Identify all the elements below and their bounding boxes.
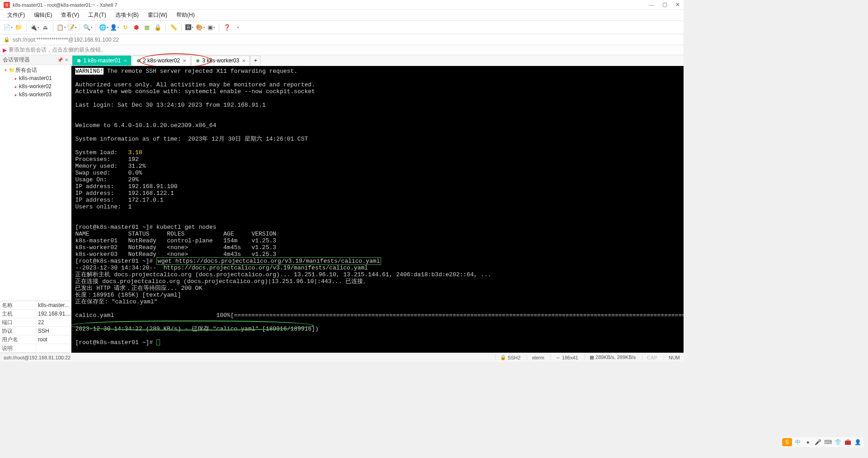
- maximize-button[interactable]: ▢: [662, 1, 667, 8]
- session-panel-title: 会话管理器: [3, 56, 30, 64]
- close-button[interactable]: ✕: [675, 1, 680, 8]
- term-stat: IP address: 192.168.122.1: [75, 190, 174, 197]
- prop-user-value: root: [36, 336, 71, 343]
- term-table-row: k8s-worker02 NotReady <none> 4m45s v1.25…: [75, 244, 276, 251]
- layout-button[interactable]: ▣: [206, 23, 216, 33]
- session-icon: ⬥: [12, 84, 19, 89]
- disconnect-button[interactable]: ⏏: [40, 23, 50, 33]
- folder-icon: 📁: [8, 67, 15, 73]
- prop-proto-label: 协议: [0, 327, 36, 335]
- status-speed: ▦ 289KB/s, 289KB/s: [585, 354, 636, 360]
- prop-port-value: 22: [36, 319, 71, 326]
- prop-port-label: 端口: [0, 319, 36, 326]
- panel-close-icon[interactable]: ✕: [65, 57, 68, 62]
- play-button[interactable]: ▦: [142, 23, 152, 33]
- menu-file[interactable]: 文件(F): [4, 10, 28, 20]
- new-session-button[interactable]: 📄: [3, 23, 13, 33]
- lock-icon: 🔒: [4, 37, 10, 42]
- wget-command-highlight: wget https://docs.projectcalico.org/v3.1…: [156, 257, 381, 265]
- help-button[interactable]: ❓: [222, 23, 232, 33]
- tab-strip: 1 k8s-master01 ✕ 2 k8s-worker02 ✕ 3 k8s-…: [71, 55, 684, 66]
- prop-proto-value: SSH: [36, 328, 71, 334]
- prop-name-value: k8s-master...: [36, 302, 71, 308]
- menu-bar: 文件(F) 编辑(E) 查看(V) 工具(T) 选项卡(B) 窗口(W) 帮助(…: [0, 10, 684, 21]
- tab-add-button[interactable]: +: [250, 56, 260, 66]
- record-button[interactable]: ⬢: [131, 23, 141, 33]
- menu-view[interactable]: 查看(V): [57, 10, 83, 20]
- term-line: Activate the web console with: systemctl…: [75, 88, 315, 95]
- term-line: Welcome to 6.4.0-10.1.0.20.oe2309.x86_64: [75, 122, 216, 129]
- address-text[interactable]: ssh://root:***************@192.168.91.10…: [13, 37, 119, 43]
- profile-button[interactable]: 👤: [109, 23, 119, 33]
- status-dot-icon: [137, 59, 140, 62]
- font-button[interactable]: 🅰: [184, 23, 194, 33]
- copy-button[interactable]: 📋: [56, 23, 66, 33]
- status-connection: ssh://root@192.168.91.100:22: [4, 355, 71, 360]
- tree-root-label: 所有会话: [15, 66, 37, 74]
- color-button[interactable]: 🎨: [195, 23, 205, 33]
- session-label: k8s-master01: [19, 75, 52, 81]
- session-item-worker02[interactable]: ⬥ k8s-worker02: [0, 82, 71, 90]
- ruler-button[interactable]: 📏: [169, 23, 179, 33]
- expand-icon[interactable]: ▾: [3, 68, 8, 72]
- term-stat: System load:: [75, 149, 128, 156]
- pin-icon[interactable]: 📌: [57, 57, 63, 62]
- tree-root[interactable]: ▾ 📁 所有会话: [0, 66, 71, 74]
- tab-worker02[interactable]: 2 k8s-worker02 ✕: [132, 56, 190, 66]
- window-title: k8s-master01 - root@k8s-master01:~ - Xsh…: [13, 2, 118, 8]
- session-icon: ⬥: [12, 92, 19, 97]
- term-stat: IP address: 172.17.0.1: [75, 197, 163, 203]
- refresh-button[interactable]: ↻: [120, 23, 130, 33]
- session-label: k8s-worker03: [19, 91, 52, 98]
- term-line: 已发出 HTTP 请求，正在等待回应... 200 OK: [75, 285, 202, 292]
- open-folder-button[interactable]: 📁: [14, 23, 24, 33]
- term-line: 正在保存至: "calico.yaml": [75, 298, 157, 305]
- hint-bar: ▶ 要添加当前会话，点击左侧的箭头按钮。: [0, 45, 684, 55]
- term-done-line: 2023-12-30 14:34:22 (289 KB/s) - 已保存 "ca…: [75, 326, 318, 332]
- term-line: Last login: Sat Dec 30 13:24:10 2023 fro…: [75, 102, 265, 109]
- menu-tools[interactable]: 工具(T): [85, 10, 109, 20]
- session-icon: ⬥: [12, 76, 19, 81]
- minimize-button[interactable]: —: [649, 1, 654, 8]
- find-button[interactable]: 🔍: [83, 23, 93, 33]
- menu-help[interactable]: 帮助(H): [173, 10, 198, 20]
- term-stat: Usage On: 29%: [75, 176, 138, 183]
- menu-window[interactable]: 窗口(W): [144, 10, 171, 20]
- term-stat: IP address: 192.168.91.100: [75, 183, 177, 190]
- tab-close-icon[interactable]: ✕: [242, 58, 245, 63]
- term-prompt-line: [root@k8s-master01 ~]# kubectl get nodes: [75, 224, 216, 231]
- address-bar: 🔒 ssh://root:***************@192.168.91.…: [0, 34, 684, 45]
- session-item-worker03[interactable]: ⬥ k8s-worker03: [0, 90, 71, 99]
- status-dot-icon: [196, 59, 199, 62]
- warning-tag: WARNING!: [75, 68, 103, 75]
- prop-name-label: 名称: [0, 302, 36, 309]
- term-stat: Users online: 1: [75, 203, 132, 210]
- menu-edit[interactable]: 编辑(E): [30, 10, 56, 20]
- reconnect-button[interactable]: 🔌: [29, 23, 39, 33]
- term-line: 正在连接 docs.projectcalico.org (docs.projec…: [75, 278, 369, 285]
- more-button[interactable]: [233, 23, 243, 33]
- lock-button[interactable]: 🔒: [153, 23, 163, 33]
- menu-tabs[interactable]: 选项卡(B): [112, 10, 142, 20]
- term-stat: Processes: 192: [75, 156, 138, 163]
- toolbar: 📄 📁 🔌 ⏏ 📋 📝 🔍 🌐 👤 ↻ ⬢ ▦ 🔒 📏 🅰 🎨 ▣ ❓: [0, 21, 684, 34]
- tab-label: 3 k8s-worker03: [202, 57, 239, 64]
- session-label: k8s-worker02: [19, 83, 52, 90]
- terminal[interactable]: WARNING! The remote SSH server rejected …: [71, 66, 684, 353]
- tab-master01[interactable]: 1 k8s-master01 ✕: [72, 56, 131, 66]
- sidebar: 会话管理器 📌✕ ▾ 📁 所有会话 ⬥ k8s-master01 ⬥ k8s-w…: [0, 55, 71, 353]
- app-icon: S: [4, 2, 10, 8]
- term-table-header: NAME STATUS ROLES AGE VERSION: [75, 231, 276, 237]
- paste-button[interactable]: 📝: [67, 23, 77, 33]
- tab-close-icon[interactable]: ✕: [183, 58, 186, 63]
- session-panel-header: 会话管理器 📌✕: [0, 55, 71, 65]
- term-table-row: k8s-worker03 NotReady <none> 4m43s v1.25…: [75, 251, 276, 258]
- status-num: NUM: [664, 355, 680, 360]
- globe-button[interactable]: 🌐: [99, 23, 108, 33]
- tab-close-icon[interactable]: ✕: [123, 58, 127, 63]
- tab-label: 1 k8s-master01: [83, 57, 121, 64]
- term-line: System information as of time: 2023年 12月…: [75, 136, 308, 142]
- term-progress: calico.yaml 100%[=======================…: [75, 312, 684, 319]
- tab-worker03[interactable]: 3 k8s-worker03 ✕: [191, 56, 250, 66]
- session-item-master01[interactable]: ⬥ k8s-master01: [0, 74, 71, 82]
